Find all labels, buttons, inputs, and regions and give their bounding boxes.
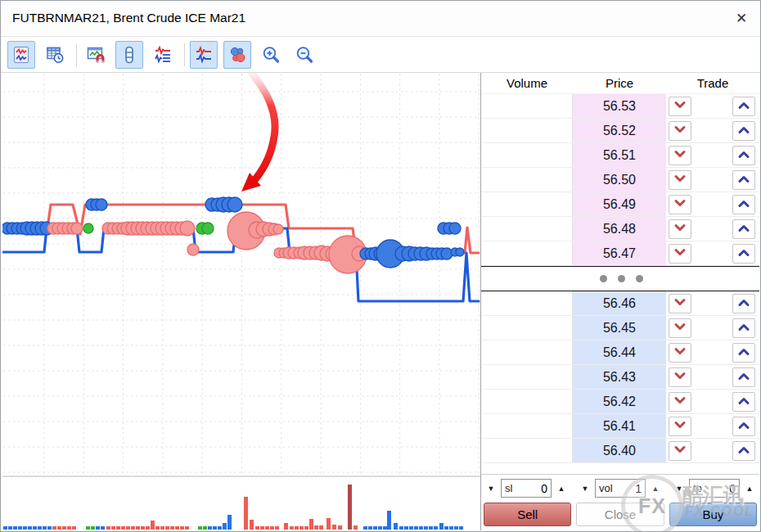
tp-value: 0 <box>729 482 736 495</box>
zoom-in-button[interactable] <box>257 41 285 69</box>
sell-button[interactable]: Sell <box>484 503 571 526</box>
sl-field[interactable]: sl 0 <box>501 479 552 498</box>
dot <box>618 275 625 282</box>
buy-chevron-button[interactable] <box>732 97 755 116</box>
price-cell[interactable]: 56.43 <box>573 365 666 389</box>
buy-chevron-button[interactable] <box>732 318 755 338</box>
chevron-up-icon <box>737 297 750 309</box>
chevron-up-icon <box>737 444 750 457</box>
sell-chevron-button[interactable] <box>669 146 691 165</box>
tp-increase-button[interactable]: ▲ <box>743 480 756 497</box>
window-title: FUTBRNMAR21, Brent Crude ICE Mar21 <box>12 11 245 25</box>
sl-decrease-button[interactable]: ▼ <box>484 480 498 497</box>
buy-chevron-button[interactable] <box>732 294 755 313</box>
tick-lines-button[interactable] <box>190 41 218 69</box>
zoom-out-button[interactable] <box>290 41 318 69</box>
table-with-clock-button[interactable] <box>41 41 69 69</box>
price-cell[interactable]: 56.40 <box>573 439 666 462</box>
price-cell[interactable]: 56.47 <box>573 241 666 265</box>
tick-chart-canvas[interactable] <box>2 73 480 531</box>
trade-volume-cell <box>691 291 732 315</box>
buy-chevron-button[interactable] <box>732 121 755 141</box>
trade-bubbles-button[interactable] <box>223 41 251 69</box>
sell-chevron-button[interactable] <box>669 97 691 116</box>
volume-decrease-button[interactable]: ▼ <box>579 480 592 497</box>
dom-price-row: 56.45 <box>481 316 759 340</box>
buy-button[interactable]: Buy <box>669 503 757 526</box>
chevron-down-icon <box>673 297 687 309</box>
volume-cell <box>481 439 573 462</box>
close-button-order[interactable]: Close <box>576 503 664 526</box>
price-cell[interactable]: 56.46 <box>573 291 666 315</box>
price-cell[interactable]: 56.50 <box>573 168 666 192</box>
buy-chevron-button[interactable] <box>732 146 755 165</box>
buy-chevron-button[interactable] <box>732 170 755 190</box>
sl-increase-button[interactable]: ▲ <box>555 480 568 497</box>
price-cell[interactable]: 56.49 <box>573 192 666 216</box>
volume-cell <box>481 217 573 241</box>
ladder-header: Volume Price Trade <box>481 73 759 94</box>
price-column-header: Price <box>573 76 666 90</box>
price-cell[interactable]: 56.41 <box>573 414 666 438</box>
dot <box>636 275 643 282</box>
chevron-up-icon <box>737 149 750 161</box>
buy-chevron-button[interactable] <box>732 417 755 436</box>
trade-volume-cell <box>691 143 732 167</box>
trade-volume-cell <box>691 340 732 364</box>
sell-chevron-button[interactable] <box>669 170 691 190</box>
trade-volume-cell <box>691 217 732 241</box>
tp-field[interactable]: tp 0 <box>689 479 740 498</box>
price-cell[interactable]: 56.52 <box>573 119 666 142</box>
volume-cell <box>481 143 573 167</box>
buy-chevron-button[interactable] <box>732 392 755 412</box>
volume-cell <box>481 119 573 142</box>
chevron-up-icon <box>737 371 750 383</box>
depth-of-market-button[interactable] <box>115 41 143 69</box>
dom-window: FUTBRNMAR21, Brent Crude ICE Mar21 ✕ <box>0 0 761 532</box>
toolbar <box>1 38 760 73</box>
sell-chevron-button[interactable] <box>669 367 691 387</box>
sell-chevron-button[interactable] <box>669 244 691 264</box>
zoom-out-icon <box>295 45 314 65</box>
sell-chevron-button[interactable] <box>669 392 691 412</box>
price-cell[interactable]: 56.48 <box>573 217 666 241</box>
chevron-down-icon <box>673 322 687 334</box>
sell-chevron-button[interactable] <box>669 195 691 214</box>
tp-decrease-button[interactable]: ▼ <box>673 480 686 497</box>
time-and-sales-button[interactable] <box>149 41 177 69</box>
sl-spinner: ▼ sl 0 ▲ <box>484 479 568 498</box>
time-sales-icon <box>153 45 173 65</box>
trade-column-header: Trade <box>666 76 759 90</box>
tick-chart-button[interactable] <box>7 41 35 69</box>
sell-chevron-button[interactable] <box>669 318 691 338</box>
buy-chevron-button[interactable] <box>732 441 755 461</box>
buy-chevron-button[interactable] <box>732 343 755 363</box>
sell-chevron-button[interactable] <box>669 121 691 141</box>
price-cell[interactable]: 56.51 <box>573 143 666 167</box>
sell-chevron-button[interactable] <box>669 441 691 461</box>
volume-cell <box>481 168 573 192</box>
chevron-down-icon <box>673 247 687 259</box>
sell-chevron-button[interactable] <box>669 417 691 436</box>
dom-price-row: 56.50 <box>481 168 759 192</box>
buy-chevron-button[interactable] <box>732 367 755 387</box>
volume-field[interactable]: vol 1 <box>595 479 646 498</box>
dom-price-row: 56.51 <box>481 143 759 168</box>
price-cell[interactable]: 56.42 <box>573 390 666 413</box>
chart-window-magnet-button[interactable] <box>82 41 110 69</box>
close-button[interactable]: ✕ <box>731 8 752 29</box>
price-cell[interactable]: 56.53 <box>573 94 666 118</box>
chevron-up-icon <box>737 420 750 432</box>
volume-cell <box>481 390 573 413</box>
price-cell[interactable]: 56.45 <box>573 316 666 340</box>
volume-increase-button[interactable]: ▲ <box>649 480 662 497</box>
sell-chevron-button[interactable] <box>669 219 691 239</box>
buy-chevron-button[interactable] <box>732 195 755 214</box>
buy-chevron-button[interactable] <box>732 219 755 239</box>
bid-rows: 56.46 56.45 56.44 <box>481 291 759 463</box>
sell-chevron-button[interactable] <box>669 294 691 313</box>
sell-chevron-button[interactable] <box>669 343 691 363</box>
buy-chevron-button[interactable] <box>732 244 755 264</box>
price-cell[interactable]: 56.44 <box>573 340 666 364</box>
dom-price-row: 56.52 <box>481 119 759 143</box>
